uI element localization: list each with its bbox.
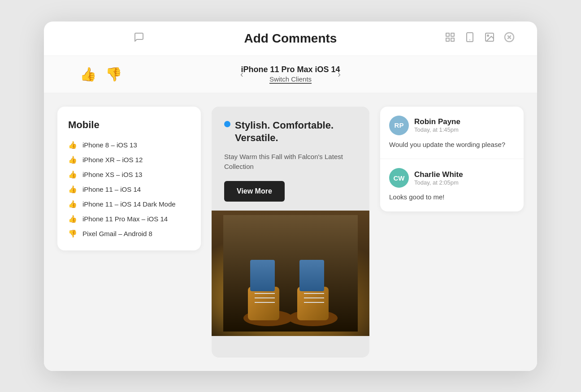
comment-text: Looks good to me! xyxy=(389,192,515,202)
device-name-label: Pixel Gmail – Android 8 xyxy=(82,230,152,237)
thumbs-down-icon: 👎 xyxy=(68,229,77,238)
subheader: 👍 👎 ‹ iPhone 11 Pro Max iOS 14 Switch Cl… xyxy=(44,56,537,93)
thumbs-up-icon: 👍 xyxy=(68,215,77,223)
commenter-name: Robin Payne xyxy=(414,117,460,126)
comment-text: Would you update the wording please? xyxy=(389,140,515,150)
preview-image xyxy=(212,211,369,336)
content-area: Mobile 👍iPhone 8 – iOS 13👍iPhone XR – iO… xyxy=(44,93,537,371)
comment-item: RP Robin Payne Today, at 1:45pm Would yo… xyxy=(380,107,524,159)
headline-row: Stylish. Comfortable. Versatile. xyxy=(224,119,357,145)
device-item[interactable]: 👍iPhone XS – iOS 13 xyxy=(68,170,190,179)
header-right-icons xyxy=(445,32,515,45)
device-name-label: iPhone XS – iOS 13 xyxy=(82,171,142,178)
thumbs-up-icon: 👍 xyxy=(68,170,77,179)
close-icon[interactable] xyxy=(504,32,515,45)
boot-image xyxy=(212,211,369,336)
avatar: RP xyxy=(389,116,409,135)
comment-meta: Robin Payne Today, at 1:45pm xyxy=(414,117,460,133)
device-item[interactable]: 👎Pixel Gmail – Android 8 xyxy=(68,229,190,238)
device-name: iPhone 11 Pro Max iOS 14 xyxy=(241,65,340,74)
device-item[interactable]: 👍iPhone XR – iOS 12 xyxy=(68,155,190,164)
preview-content: Stylish. Comfortable. Versatile. Stay Wa… xyxy=(212,107,369,211)
avatar: CW xyxy=(389,168,409,188)
thumbs-up-button[interactable]: 👍 xyxy=(80,66,96,82)
device-name-label: iPhone 11 – iOS 14 xyxy=(82,185,141,193)
device-item[interactable]: 👍iPhone 11 – iOS 14 xyxy=(68,185,190,194)
left-panel: Mobile 👍iPhone 8 – iOS 13👍iPhone XR – iO… xyxy=(57,107,201,250)
device-item[interactable]: 👍iPhone 11 Pro Max – iOS 14 xyxy=(68,215,190,223)
main-container: Add Comments xyxy=(44,22,537,371)
next-arrow[interactable]: › xyxy=(334,65,344,83)
svg-point-7 xyxy=(487,35,489,36)
comment-header: RP Robin Payne Today, at 1:45pm xyxy=(389,116,515,135)
device-name-label: iPhone 11 – iOS 14 Dark Mode xyxy=(82,200,176,208)
svg-rect-3 xyxy=(451,38,454,41)
center-panel: Stylish. Comfortable. Versatile. Stay Wa… xyxy=(212,107,369,358)
panel-title: Mobile xyxy=(68,119,190,131)
commenter-name: Charlie White xyxy=(414,170,463,179)
prev-arrow[interactable]: ‹ xyxy=(237,65,247,83)
comment-meta: Charlie White Today, at 2:05pm xyxy=(414,170,463,186)
header-title: Add Comments xyxy=(244,31,337,46)
switch-clients-link[interactable]: Switch Clients xyxy=(269,75,312,84)
header: Add Comments xyxy=(44,22,537,56)
device-name-label: iPhone 8 – iOS 13 xyxy=(82,141,137,149)
svg-rect-14 xyxy=(250,260,275,291)
svg-rect-13 xyxy=(248,287,279,320)
comment-icon[interactable] xyxy=(134,32,144,45)
svg-rect-11 xyxy=(223,215,358,332)
thumbs-up-icon: 👍 xyxy=(68,141,77,149)
device-view-icon[interactable] xyxy=(464,32,475,45)
header-left-icons xyxy=(134,32,144,45)
comment-item: CW Charlie White Today, at 2:05pm Looks … xyxy=(380,159,524,211)
gallery-view-icon[interactable] xyxy=(445,32,455,45)
preview-headline: Stylish. Comfortable. Versatile. xyxy=(235,119,357,145)
view-more-button[interactable]: View More xyxy=(224,181,285,202)
thumbs-up-icon: 👍 xyxy=(68,155,77,164)
accent-dot xyxy=(224,121,230,127)
comment-header: CW Charlie White Today, at 2:05pm xyxy=(389,168,515,188)
thumbs-up-icon: 👍 xyxy=(68,200,77,208)
device-item[interactable]: 👍iPhone 8 – iOS 13 xyxy=(68,141,190,149)
device-item[interactable]: 👍iPhone 11 – iOS 14 Dark Mode xyxy=(68,200,190,208)
image-view-icon[interactable] xyxy=(484,32,495,45)
right-panel: RP Robin Payne Today, at 1:45pm Would yo… xyxy=(380,107,524,211)
subheader-center: iPhone 11 Pro Max iOS 14 Switch Clients xyxy=(241,65,340,84)
svg-rect-16 xyxy=(297,287,329,320)
svg-rect-2 xyxy=(446,38,449,41)
comment-time: Today, at 2:05pm xyxy=(414,179,463,186)
svg-rect-0 xyxy=(446,33,449,36)
preview-card: Stylish. Comfortable. Versatile. Stay Wa… xyxy=(212,107,369,358)
svg-rect-1 xyxy=(451,33,454,36)
device-name-label: iPhone XR – iOS 12 xyxy=(82,156,143,164)
comment-time: Today, at 1:45pm xyxy=(414,126,460,133)
vote-buttons: 👍 👎 xyxy=(80,66,122,82)
thumbs-up-icon: 👍 xyxy=(68,185,77,194)
svg-rect-17 xyxy=(299,260,324,291)
device-name-label: iPhone 11 Pro Max – iOS 14 xyxy=(82,215,168,223)
thumbs-down-button[interactable]: 👎 xyxy=(105,66,122,82)
device-list: 👍iPhone 8 – iOS 13👍iPhone XR – iOS 12👍iP… xyxy=(68,141,190,238)
preview-subtext: Stay Warm this Fall with Falcon's Latest… xyxy=(224,152,357,172)
